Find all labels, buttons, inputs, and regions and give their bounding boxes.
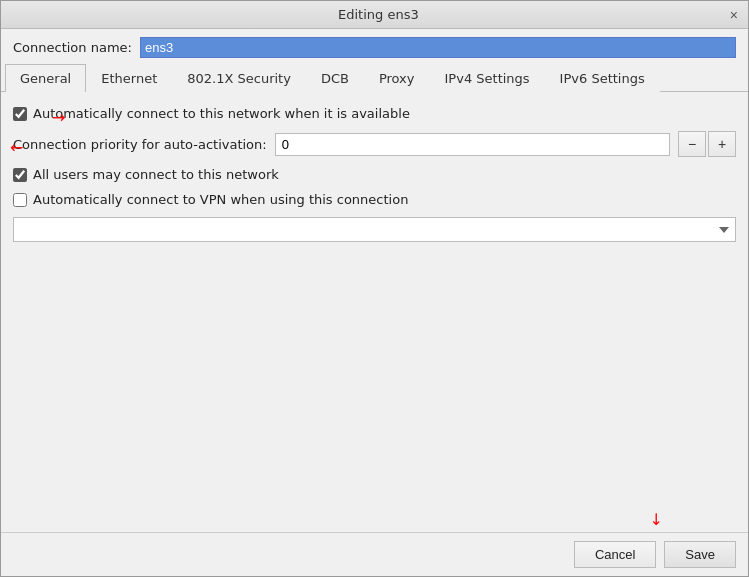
connection-name-input[interactable] <box>140 37 736 58</box>
priority-input[interactable] <box>275 133 670 156</box>
auto-vpn-row: Automatically connect to VPN when using … <box>13 192 736 207</box>
editing-dialog: Editing ens3 × Connection name: General … <box>0 0 749 577</box>
vpn-dropdown[interactable] <box>13 217 736 242</box>
save-button[interactable]: Save <box>664 541 736 568</box>
tabs-bar: General Ethernet 802.1X Security DCB Pro… <box>1 64 748 92</box>
auto-vpn-label[interactable]: Automatically connect to VPN when using … <box>33 192 408 207</box>
connection-name-label: Connection name: <box>13 40 132 55</box>
all-users-label[interactable]: All users may connect to this network <box>33 167 279 182</box>
tab-dcb[interactable]: DCB <box>306 64 364 92</box>
spacer <box>13 252 736 518</box>
auto-connect-checkbox[interactable] <box>13 107 27 121</box>
close-button[interactable]: × <box>728 8 740 22</box>
all-users-row: All users may connect to this network <box>13 167 736 182</box>
tab-ethernet[interactable]: Ethernet <box>86 64 172 92</box>
button-row: Cancel Save <box>1 532 748 576</box>
priority-row: Connection priority for auto-activation:… <box>13 131 736 157</box>
tab-ipv4-settings[interactable]: IPv4 Settings <box>430 64 545 92</box>
connection-name-row: Connection name: <box>1 29 748 64</box>
all-users-checkbox[interactable] <box>13 168 27 182</box>
tab-802-1x-security[interactable]: 802.1X Security <box>172 64 306 92</box>
tab-ipv6-settings[interactable]: IPv6 Settings <box>545 64 660 92</box>
vpn-dropdown-row <box>13 217 736 242</box>
dialog-wrapper: ← ← ↓ Editing ens3 × Connection name: Ge… <box>0 0 749 577</box>
priority-decrease-button[interactable]: − <box>678 131 706 157</box>
auto-connect-label[interactable]: Automatically connect to this network wh… <box>33 106 410 121</box>
priority-increase-button[interactable]: + <box>708 131 736 157</box>
auto-vpn-checkbox[interactable] <box>13 193 27 207</box>
content-area: Automatically connect to this network wh… <box>1 92 748 532</box>
auto-connect-row: Automatically connect to this network wh… <box>13 106 736 121</box>
cancel-button[interactable]: Cancel <box>574 541 656 568</box>
spin-buttons: − + <box>678 131 736 157</box>
title-bar: Editing ens3 × <box>1 1 748 29</box>
priority-label: Connection priority for auto-activation: <box>13 137 267 152</box>
tab-general[interactable]: General <box>5 64 86 92</box>
dialog-title: Editing ens3 <box>29 7 728 22</box>
tab-proxy[interactable]: Proxy <box>364 64 430 92</box>
